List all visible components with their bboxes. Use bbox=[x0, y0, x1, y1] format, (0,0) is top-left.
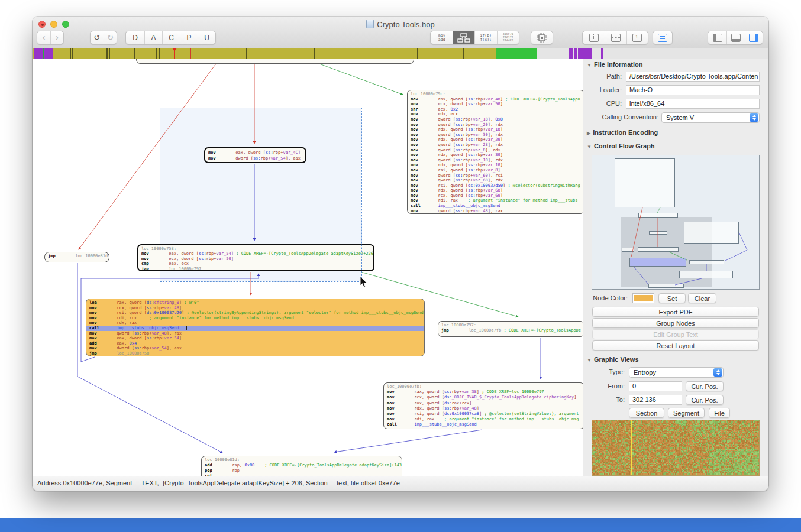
set-node-color-button[interactable]: Set bbox=[658, 293, 686, 303]
type-value: Entropy bbox=[634, 369, 656, 376]
status-bar: Address 0x10000e77e, Segment __TEXT, -[C… bbox=[33, 476, 768, 491]
assembly-view-button[interactable]: mov add bbox=[431, 31, 453, 44]
section-range-button[interactable]: Section bbox=[629, 408, 664, 418]
document-icon bbox=[366, 20, 374, 28]
horizontal-split-button[interactable] bbox=[605, 31, 626, 44]
cfg-minimap[interactable] bbox=[592, 155, 760, 290]
vertical-split-button[interactable] bbox=[583, 31, 605, 44]
inspector-icon bbox=[658, 34, 667, 42]
popup-stepper-icon bbox=[750, 113, 758, 122]
section-header-control-flow-graph[interactable]: ▼Control Flow Graph bbox=[587, 142, 655, 150]
calling-convention-popup[interactable]: System V bbox=[661, 112, 760, 123]
undo-icon: ↺ bbox=[94, 33, 101, 42]
basic-block-loc-10000e79c[interactable]: loc_10000e79c:mov rax, qword [ss:rbp+var… bbox=[407, 90, 583, 214]
type-popup[interactable]: Entropy bbox=[629, 367, 724, 378]
file-information-title: File Information bbox=[594, 61, 643, 68]
pseudocode-view-button[interactable]: if(b) f(x); bbox=[474, 31, 497, 44]
hopper-window: Crypto Tools.hop ‹ › ↺ ↻ D A C P U mov a… bbox=[33, 17, 768, 491]
basic-block-selected-center[interactable]: mov eax, dword [ss:rbp+var_4C]mov dword … bbox=[204, 147, 306, 163]
basic-block-loop-body-colored[interactable]: lea rax, qword [ds:cfstring_0] ; @"0"mov… bbox=[86, 299, 425, 356]
basic-block-loc-10000e797[interactable]: loc_10000e797:jmp loc_10000e7fb ; CODE X… bbox=[438, 321, 583, 337]
section-header-file-information[interactable]: ▼File Information bbox=[587, 61, 642, 68]
cpu-field[interactable]: intel/x86_64 bbox=[626, 99, 760, 109]
graphic-views-title: Graphic Views bbox=[594, 356, 639, 363]
cfg-view-button[interactable] bbox=[453, 31, 474, 44]
cpu-button-group bbox=[531, 31, 553, 44]
mouse-cursor bbox=[360, 277, 368, 288]
back-button[interactable]: ‹ bbox=[37, 31, 50, 44]
basic-block-top-partial[interactable]: jae loc_10000e79c bbox=[136, 59, 414, 64]
navbar-xref-line bbox=[379, 48, 379, 59]
file-navigation-bar[interactable] bbox=[33, 48, 768, 60]
panel-toggles-group bbox=[708, 31, 763, 44]
entropy-graphic bbox=[592, 420, 760, 476]
toggle-right-panel-button[interactable] bbox=[745, 31, 763, 44]
basic-block-loc-10000e7fb[interactable]: loc_10000e7fb:mov rax, qword [ss:rbp+var… bbox=[383, 382, 583, 429]
mode-letter-c: C bbox=[169, 34, 174, 42]
mode-button-procedure[interactable]: P bbox=[180, 31, 198, 44]
to-label: To: bbox=[596, 395, 625, 405]
navbar-position-arrow-icon bbox=[172, 48, 177, 51]
navbar-tick bbox=[109, 48, 110, 59]
export-pdf-button[interactable]: Export PDF bbox=[592, 307, 759, 317]
mode-letter-u: U bbox=[204, 34, 209, 42]
forward-button[interactable]: › bbox=[50, 31, 63, 44]
toggle-bottom-panel-button[interactable] bbox=[726, 31, 744, 44]
desktop-wallpaper-strip bbox=[0, 518, 801, 532]
path-field[interactable]: /Users/bsr/Desktop/Crypto Tools.app/Cont… bbox=[626, 72, 760, 82]
to-field[interactable]: 302 136 bbox=[629, 395, 682, 405]
assembly-view-icon: mov add bbox=[438, 34, 445, 42]
left-panel-icon bbox=[713, 34, 722, 42]
inspector-button[interactable] bbox=[653, 31, 672, 44]
navbar-tick bbox=[246, 48, 247, 59]
redo-button[interactable]: ↻ bbox=[104, 31, 117, 44]
navbar-tick bbox=[159, 48, 160, 59]
mode-button-data[interactable]: D bbox=[126, 31, 144, 44]
toggle-left-panel-button[interactable] bbox=[708, 31, 726, 44]
mode-button-undefined[interactable]: U bbox=[198, 31, 215, 44]
popup-stepper-icon bbox=[713, 368, 722, 377]
navbar-tick bbox=[70, 48, 71, 59]
cfg-view-icon bbox=[457, 33, 470, 43]
window-title: Crypto Tools.hop bbox=[377, 20, 434, 29]
group-nodes-button[interactable]: Group Nodes bbox=[592, 318, 759, 328]
back-chevron-icon: ‹ bbox=[42, 33, 45, 41]
file-range-button[interactable]: File bbox=[709, 408, 730, 418]
basic-block-loc-10000e758[interactable]: loc_10000e758:mov eax, dword [ss:rbp+var… bbox=[137, 244, 374, 271]
control-flow-graph-title: Control Flow Graph bbox=[594, 142, 655, 150]
loader-field[interactable]: Mach-O bbox=[626, 85, 760, 95]
undo-button[interactable]: ↺ bbox=[91, 31, 104, 44]
window-title-row: Crypto Tools.hop bbox=[33, 20, 768, 29]
control-flow-graph-view[interactable]: jae loc_10000e79c loc_10000e79c:mov rax,… bbox=[33, 59, 583, 476]
instruction-encoding-title: Instruction Encoding bbox=[593, 129, 658, 136]
vertical-split-icon bbox=[589, 34, 599, 42]
basic-block-jmp-e81d[interactable]: jmp loc_10000e81d bbox=[44, 252, 109, 262]
single-view-button[interactable]: 1 bbox=[626, 31, 648, 44]
section-header-graphic-views[interactable]: ▼Graphic Views bbox=[587, 356, 639, 363]
inspector-button-group bbox=[653, 31, 673, 44]
basic-block-loc-10000e81d[interactable]: loc_10000e81d:add rsp, 0x80 ; CODE XREF=… bbox=[201, 456, 402, 476]
disclosure-triangle-icon: ▼ bbox=[587, 63, 592, 68]
hex-view-button[interactable]: 4B6F7B 7B6172 2B44E5 bbox=[497, 31, 519, 44]
from-label: From: bbox=[596, 381, 625, 391]
undo-redo-group: ↺ ↻ bbox=[90, 31, 117, 44]
to-cur-pos-button[interactable]: Cur. Pos. bbox=[686, 395, 724, 405]
mode-button-ascii[interactable]: A bbox=[144, 31, 162, 44]
window-chrome: Crypto Tools.hop ‹ › ↺ ↻ D A C P U mov a… bbox=[33, 17, 768, 48]
mode-button-code[interactable]: C bbox=[162, 31, 180, 44]
segment-range-button[interactable]: Segment bbox=[668, 408, 705, 418]
edit-group-text-button[interactable]: Edit Group Text bbox=[592, 329, 759, 339]
navbar-tick bbox=[463, 48, 464, 59]
clear-node-color-button[interactable]: Clear bbox=[688, 293, 716, 303]
redo-icon: ↻ bbox=[107, 33, 114, 42]
divider bbox=[583, 126, 768, 126]
reset-layout-button[interactable]: Reset Layout bbox=[592, 340, 759, 351]
from-cur-pos-button[interactable]: Cur. Pos. bbox=[686, 381, 724, 391]
history-nav-group: ‹ › bbox=[37, 31, 64, 44]
from-field[interactable]: 0 bbox=[629, 381, 682, 391]
node-color-well[interactable] bbox=[632, 293, 654, 303]
bottom-panel-icon bbox=[731, 34, 741, 42]
navbar-xref-line bbox=[190, 48, 191, 59]
section-header-instruction-encoding[interactable]: ▶Instruction Encoding bbox=[587, 129, 658, 136]
cpu-button[interactable] bbox=[531, 31, 553, 44]
